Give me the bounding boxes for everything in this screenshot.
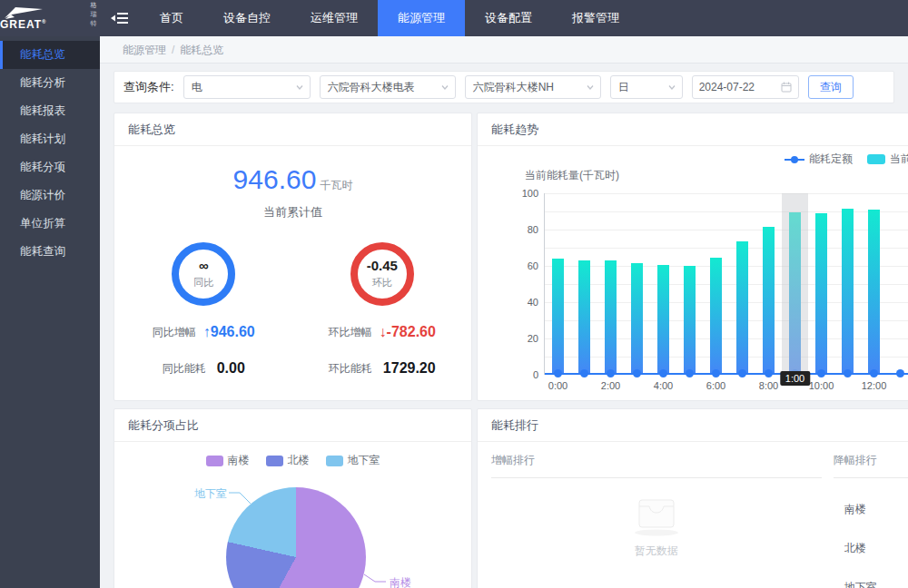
sidebar: 能耗总览能耗分析能耗报表能耗计划能耗分项能源计价单位折算能耗查询 — [0, 36, 100, 588]
nav-item-1[interactable]: 设备自控 — [203, 0, 291, 36]
gridline — [545, 230, 908, 230]
legend-swatch — [206, 456, 223, 466]
ranking-card-title: 能耗排行 — [478, 409, 908, 442]
x-axis-tick: 8:00 — [759, 380, 778, 391]
axis-pointer-band — [782, 193, 808, 374]
pie-legend-0[interactable]: 南楼 — [206, 453, 250, 468]
gridline — [545, 357, 908, 358]
trend-y-axis-label: 当前能耗量(千瓦时) — [525, 168, 619, 183]
mom-energy: 环比能耗 1729.20 — [329, 360, 436, 377]
query-select-1[interactable]: 六院骨科大楼电表 — [320, 75, 456, 99]
chevron-down-icon — [440, 83, 449, 92]
sidebar-item-0[interactable]: 能耗总览 — [0, 41, 100, 69]
sidebar-item-2[interactable]: 能耗报表 — [0, 97, 100, 125]
mom-ring: -0.45 环比 — [350, 242, 414, 306]
pie-card-title: 能耗分项占比 — [114, 409, 471, 442]
y-axis-tick: 60 — [504, 260, 538, 271]
bar-0:00 — [552, 259, 564, 374]
query-label: 查询条件: — [123, 79, 174, 95]
quota-line — [545, 373, 908, 375]
legend-swatch — [326, 456, 343, 466]
gridline — [545, 211, 908, 212]
line-dot-marker — [785, 159, 804, 161]
decrease-ranking-label: 降幅排行 — [834, 453, 908, 468]
yoy-growth: 同比增幅 ↑946.60 — [153, 324, 255, 340]
breadcrumb-section[interactable]: 能源管理 — [123, 44, 166, 56]
trend-legend: 能耗定额 当前能耗 — [785, 152, 908, 167]
breadcrumb: 能源管理/能耗总览 — [100, 36, 908, 64]
gridline — [545, 248, 908, 249]
y-axis-tick: 80 — [504, 224, 538, 235]
pie-label-2: 地下室 — [194, 486, 227, 502]
nav-item-4[interactable]: 设备配置 — [465, 0, 552, 36]
pie-card: 能耗分项占比 南楼北楼地下室南楼北楼地下室 — [114, 408, 472, 588]
query-select-2[interactable]: 六院骨科大楼NH — [465, 75, 601, 99]
query-select-value-3: 日 — [618, 80, 629, 95]
legend-quota[interactable]: 能耗定额 — [785, 152, 853, 167]
nav-item-2[interactable]: 运维管理 — [291, 0, 378, 36]
quota-point — [607, 369, 615, 377]
chevron-down-icon — [295, 83, 304, 92]
sidebar-item-7[interactable]: 能耗查询 — [0, 238, 100, 266]
bar-11:00 — [842, 209, 854, 374]
legend-label: 南楼 — [228, 453, 250, 468]
brand-name: GREAT® — [0, 19, 47, 30]
mom-growth: 环比增幅 ↓-782.60 — [329, 324, 436, 340]
pie-legend: 南楼北楼地下室 — [114, 442, 471, 468]
gridline — [545, 284, 908, 285]
bar-marker — [867, 154, 885, 164]
chevron-down-icon — [586, 83, 595, 92]
y-axis-tick: 100 — [504, 188, 538, 199]
query-select-value-1: 六院骨科大楼电表 — [328, 80, 415, 95]
bar-4:00 — [657, 265, 669, 374]
breadcrumb-page: 能耗总览 — [180, 44, 223, 56]
sidebar-item-4[interactable]: 能耗分项 — [0, 153, 100, 181]
empty-text: 暂无数据 — [635, 544, 678, 559]
sidebar-item-3[interactable]: 能耗计划 — [0, 125, 100, 153]
yoy-energy: 同比能耗 0.00 — [163, 360, 245, 377]
nav-item-5[interactable]: 报警管理 — [552, 0, 639, 36]
pie-legend-1[interactable]: 北楼 — [266, 453, 310, 468]
x-axis-tick: 6:00 — [706, 380, 725, 391]
bar-10:00 — [815, 213, 827, 374]
quota-point — [817, 369, 825, 377]
quota-point — [844, 369, 852, 377]
sidebar-item-5[interactable]: 能源计价 — [0, 181, 100, 210]
overview-card-title: 能耗总览 — [114, 113, 471, 146]
quota-point — [712, 369, 720, 377]
bar-3:00 — [631, 263, 643, 374]
chevron-down-icon — [667, 83, 676, 92]
gridline — [545, 302, 908, 303]
main-area: 能源管理/能耗总览 查询条件: 电六院骨科大楼电表六院骨科大楼NH日 2024-… — [100, 36, 908, 588]
trend-card: 能耗趋势 能耗定额 当前能耗 当前能耗量(千瓦时) 0204060801000:… — [477, 113, 908, 401]
date-picker[interactable]: 2024-07-22 — [692, 75, 799, 99]
top-header: GREAT® 格瑞特 首页设备自控运维管理能源管理设备配置报警管理 — [0, 0, 908, 36]
y-axis-tick: 20 — [504, 333, 538, 344]
down-rank-item-1: 北楼 — [834, 541, 908, 556]
mom-growth-value: ↓-782.60 — [380, 324, 436, 340]
quota-point — [580, 369, 588, 377]
overview-card: 能耗总览 946.60 千瓦时 当前累计值 ∞ 同比 同比增幅 ↑946.60 — [114, 113, 472, 401]
sidebar-item-1[interactable]: 能耗分析 — [0, 69, 100, 97]
calendar-icon — [781, 82, 792, 93]
x-axis-tick: 4:00 — [654, 380, 673, 391]
collapse-menu-icon[interactable] — [100, 0, 140, 36]
increase-ranking-label: 增幅排行 — [491, 453, 822, 468]
nav-item-3[interactable]: 能源管理 — [378, 0, 465, 36]
legend-current[interactable]: 当前能耗 — [867, 152, 908, 167]
trend-plot: 0204060801000:002:004:006:008:0010:0012:… — [544, 193, 908, 375]
logo-swoosh-icon — [4, 6, 44, 19]
increase-ranking-panel: 增幅排行 暂无数据 — [478, 442, 822, 588]
quota-point — [870, 369, 878, 377]
quota-point — [686, 369, 694, 377]
y-axis-tick: 0 — [504, 369, 538, 380]
pie-legend-2[interactable]: 地下室 — [326, 453, 380, 468]
quota-point — [738, 369, 746, 377]
query-select-0[interactable]: 电 — [183, 75, 311, 99]
nav-item-0[interactable]: 首页 — [140, 0, 203, 36]
query-button[interactable]: 查询 — [808, 75, 854, 99]
bar-6:00 — [710, 258, 722, 374]
quota-point — [554, 369, 562, 377]
sidebar-item-6[interactable]: 单位折算 — [0, 210, 100, 238]
query-select-3[interactable]: 日 — [610, 75, 683, 99]
